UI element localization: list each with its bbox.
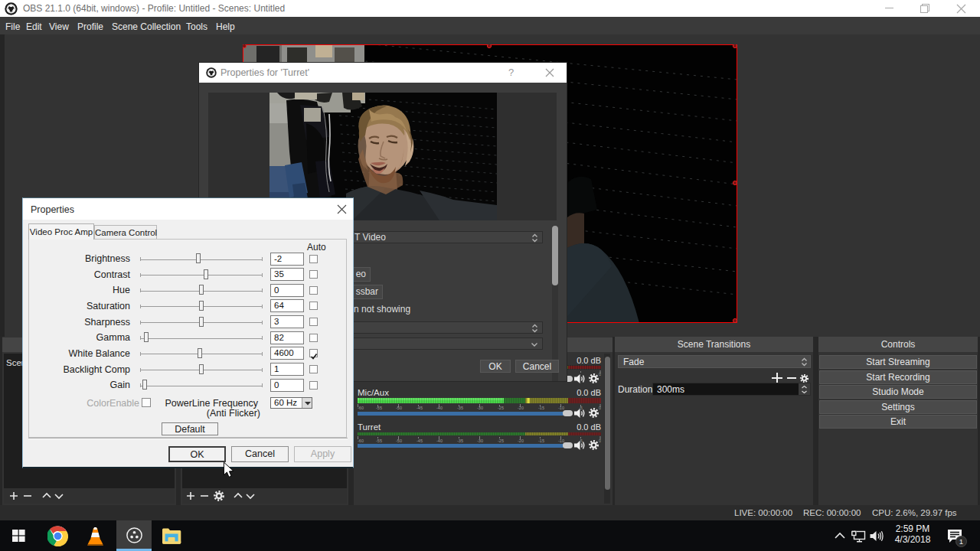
svg-text:-40: -40 <box>436 439 443 443</box>
svg-text:-45: -45 <box>416 439 423 443</box>
svg-text:-15: -15 <box>538 439 544 443</box>
svg-text:-60: -60 <box>358 406 364 410</box>
svg-text:-25: -25 <box>498 439 504 443</box>
svg-text:-55: -55 <box>376 439 382 443</box>
svg-text:-35: -35 <box>457 439 463 443</box>
svg-text:1: 1 <box>959 537 963 546</box>
svg-text:-35: -35 <box>457 406 463 410</box>
svg-text:-15: -15 <box>538 406 544 410</box>
svg-text:-50: -50 <box>396 439 402 443</box>
svg-text:-40: -40 <box>436 406 443 410</box>
svg-text:-50: -50 <box>396 406 402 410</box>
svg-text:-20: -20 <box>518 406 524 410</box>
svg-text:-60: -60 <box>358 439 364 443</box>
svg-text:-30: -30 <box>477 439 483 443</box>
svg-text:-10: -10 <box>558 406 564 410</box>
svg-text:-20: -20 <box>518 439 524 443</box>
svg-text:-55: -55 <box>376 406 382 410</box>
svg-text:-30: -30 <box>477 406 483 410</box>
svg-text:-25: -25 <box>498 406 504 410</box>
svg-text:-45: -45 <box>416 406 423 410</box>
